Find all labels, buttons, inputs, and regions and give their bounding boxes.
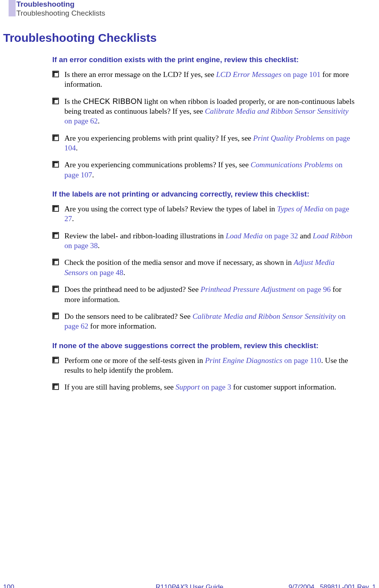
svg-rect-8 xyxy=(53,135,55,140)
cross-reference-link[interactable]: Support on page 3 xyxy=(176,383,231,391)
svg-rect-11 xyxy=(53,162,55,167)
checkbox-icon xyxy=(52,98,59,126)
cross-reference-link[interactable]: Load Ribbon on page 38 xyxy=(64,232,352,250)
cross-reference-link[interactable]: LCD Error Messages on page 101 xyxy=(216,70,320,79)
checkbox-icon xyxy=(52,286,59,304)
item-text: Perform one or more of the self-tests gi… xyxy=(64,356,356,375)
checklist: Are you using the correct type of labels… xyxy=(52,204,356,331)
ui-label: CHECK RIBBON xyxy=(83,97,142,105)
cross-reference-link[interactable]: Types of Media on page 27 xyxy=(64,205,349,223)
item-text: Do the sensors need to be calibrated? Se… xyxy=(64,311,356,331)
checkbox-icon xyxy=(52,383,59,392)
checklist: Is there an error message on the LCD? If… xyxy=(52,70,356,180)
svg-rect-26 xyxy=(53,313,55,318)
svg-rect-32 xyxy=(53,384,55,389)
doc-info: 9/7/2004 58981L-001 Rev. 1 xyxy=(288,583,376,588)
checklist-prompt: If an error condition exists with the pr… xyxy=(52,55,356,64)
chapter-title: Troubleshooting xyxy=(16,0,105,9)
cross-reference-link[interactable]: Calibrate Media and Ribbon Sensor Sensit… xyxy=(64,312,345,330)
item-text: Is there an error message on the LCD? If… xyxy=(64,70,356,89)
page-header: Troubleshooting Troubleshooting Checklis… xyxy=(16,0,105,18)
cross-reference-link[interactable]: Communications Problems on page 107 xyxy=(64,161,343,179)
checklist-item: Is the CHECK RIBBON light on when ribbon… xyxy=(52,97,356,126)
checklist-item: Do the sensors need to be calibrated? Se… xyxy=(52,311,356,331)
svg-rect-29 xyxy=(53,357,55,362)
item-text: Review the label- and ribbon-loading ill… xyxy=(64,231,356,251)
svg-rect-5 xyxy=(53,98,55,103)
item-text: If you are still having problems, see Su… xyxy=(64,382,336,392)
svg-rect-23 xyxy=(53,287,55,291)
item-text: Are you experiencing problems with print… xyxy=(64,133,356,153)
checklist-item: Review the label- and ribbon-loading ill… xyxy=(52,231,356,251)
checklist-item: Is there an error message on the LCD? If… xyxy=(52,70,356,89)
checklist-item: Perform one or more of the self-tests gi… xyxy=(52,356,356,375)
checklist-item: Are you experiencing problems with print… xyxy=(52,133,356,153)
item-text: Check the position of the media sensor a… xyxy=(64,257,356,277)
checklist-item: If you are still having problems, see Su… xyxy=(52,382,356,392)
item-text: Is the CHECK RIBBON light on when ribbon… xyxy=(64,97,356,126)
item-text: Are you using the correct type of labels… xyxy=(64,204,356,224)
header-tab xyxy=(9,0,16,16)
page-title: Troubleshooting Checklists xyxy=(3,31,356,45)
cross-reference-link[interactable]: Calibrate Media and Ribbon Sensor Sensit… xyxy=(64,107,349,125)
checkbox-icon xyxy=(52,134,59,153)
cross-reference-link[interactable]: Adjust Media Sensors on page 48 xyxy=(64,258,335,276)
checkbox-icon xyxy=(52,161,59,180)
section-name: Troubleshooting Checklists xyxy=(16,9,105,18)
item-text: Are you experiencing communications prob… xyxy=(64,160,356,180)
cross-reference-link[interactable]: Print Engine Diagnostics on page 110 xyxy=(205,356,321,365)
checkbox-icon xyxy=(52,357,59,375)
svg-rect-20 xyxy=(53,260,55,265)
svg-rect-2 xyxy=(53,72,55,77)
checkbox-icon xyxy=(52,232,59,251)
checklist: Perform one or more of the self-tests gi… xyxy=(52,356,356,392)
svg-rect-17 xyxy=(53,233,55,238)
checkbox-icon xyxy=(52,71,59,89)
checkbox-icon xyxy=(52,259,59,277)
checkbox-icon xyxy=(52,205,59,224)
checklist-item: Does the printhead need to be adjusted? … xyxy=(52,284,356,304)
svg-rect-14 xyxy=(53,206,55,211)
checklist-item: Check the position of the media sensor a… xyxy=(52,257,356,277)
cross-reference-link[interactable]: Print Quality Problems on page 104 xyxy=(64,134,350,152)
checkbox-icon xyxy=(52,313,59,331)
cross-reference-link[interactable]: Printhead Pressure Adjustment on page 96 xyxy=(201,285,331,293)
checklist-item: Are you using the correct type of labels… xyxy=(52,204,356,224)
checklist-prompt: If none of the above suggestions correct… xyxy=(52,341,356,350)
item-text: Does the printhead need to be adjusted? … xyxy=(64,284,356,304)
checklist-prompt: If the labels are not printing or advanc… xyxy=(52,190,356,198)
checklist-item: Are you experiencing communications prob… xyxy=(52,160,356,180)
cross-reference-link[interactable]: Load Media on page 32 xyxy=(226,232,298,240)
